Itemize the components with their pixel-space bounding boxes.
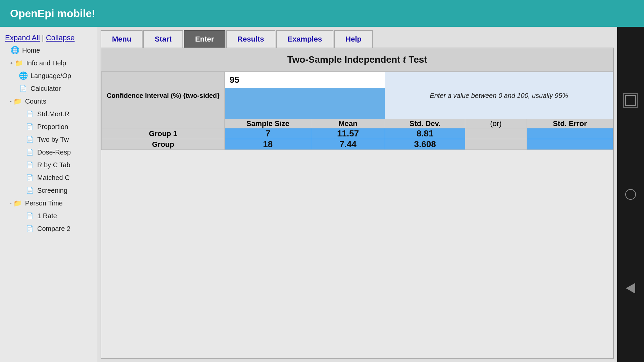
header-or: (or) (465, 119, 527, 128)
group2-mean[interactable]: 7.44 (311, 139, 385, 150)
group1-or (465, 128, 527, 139)
doc-icon-proportion: 📄 (25, 122, 35, 131)
globe-icon-lang: 🌐 (18, 71, 28, 80)
collapse-link[interactable]: Collapse (46, 34, 75, 42)
doc-icon-1rate: 📄 (25, 211, 35, 221)
sidebar-label-proportion: Proportion (37, 123, 68, 131)
doc-icon-stdmort: 📄 (25, 109, 35, 119)
group2-sample-size[interactable]: 18 (225, 139, 311, 150)
sidebar-label-compare2: Compare 2 (37, 225, 70, 233)
group1-sample-size[interactable]: 7 (225, 128, 311, 139)
expand-all-link[interactable]: Expand All (5, 34, 40, 42)
sidebar-item-info-help[interactable]: + 📁 Info and Help (0, 57, 97, 69)
sidebar-expand-collapse-links: Expand All | Collapse (0, 30, 97, 44)
group2-std-error[interactable] (527, 139, 613, 150)
tab-enter[interactable]: Enter (184, 30, 225, 48)
ci-value[interactable]: 95 (225, 72, 385, 89)
sidebar-label-language: Language/Op (31, 72, 71, 80)
table-row-group2: Group 18 7.44 3.608 (102, 139, 613, 150)
sidebar-item-twobytwo[interactable]: 📄 Two by Tw (0, 133, 97, 146)
sidebar-item-stdmort[interactable]: 📄 Std.Mort.R (0, 108, 97, 120)
sidebar-label-counts: Counts (25, 98, 46, 105)
group1-std-error[interactable] (527, 128, 613, 139)
sidebar-item-doseresp[interactable]: 📄 Dose-Resp (0, 146, 97, 159)
sidebar-item-persontime[interactable]: - 📁 Person Time (0, 197, 97, 209)
back-icon (626, 283, 635, 294)
expand-icon-counts: - (10, 99, 12, 104)
separator: | (42, 34, 44, 42)
data-table: Confidence Interval (%) {two-sided} 95 E… (101, 72, 613, 150)
ci-input-blue[interactable] (225, 89, 385, 119)
doc-icon-twobytwo: 📄 (25, 135, 35, 144)
sidebar-label-stdmort: Std.Mort.R (37, 110, 69, 118)
header-sample-size: Sample Size (225, 119, 311, 128)
tab-examples[interactable]: Examples (276, 30, 333, 48)
doc-icon-rbyc: 📄 (25, 160, 35, 170)
page-title-post: Test (406, 54, 427, 65)
home-icon-android (625, 189, 636, 200)
sidebar-item-calculator[interactable]: 📄 Calculator (0, 82, 97, 95)
recent-apps-icon (625, 95, 636, 106)
globe-icon: 🌐 (10, 46, 19, 55)
expand-icon-persontime: - (10, 200, 12, 206)
doc-icon-doseresp: 📄 (25, 147, 35, 157)
sidebar-item-counts[interactable]: - 📁 Counts (0, 95, 97, 108)
sidebar-item-1rate[interactable]: 📄 1 Rate (0, 209, 97, 222)
group2-or (465, 139, 527, 150)
page-title-row: Two-Sample Independent t Test (101, 48, 613, 72)
folder-icon-counts: 📁 (13, 97, 22, 106)
sidebar-item-home[interactable]: 🌐 Home (0, 44, 97, 57)
doc-icon-screening: 📄 (25, 186, 35, 195)
sidebar-label-doseresp: Dose-Resp (37, 148, 71, 156)
group1-label: Group 1 (102, 128, 225, 139)
header-mean: Mean (311, 119, 385, 128)
sidebar-item-language[interactable]: 🌐 Language/Op (0, 69, 97, 82)
folder-icon-persontime: 📁 (13, 198, 22, 208)
doc-icon-matchedc: 📄 (25, 173, 35, 182)
group2-label: Group (102, 139, 225, 150)
group1-std-dev[interactable]: 8.81 (385, 128, 465, 139)
header-std-dev: Std. Dev. (385, 119, 465, 128)
content-area: Menu Start Enter Results Examples Help T… (97, 27, 617, 362)
sidebar-label-matchedc: Matched C (37, 174, 70, 182)
sidebar-item-compare2[interactable]: 📄 Compare 2 (0, 222, 97, 235)
header-empty (102, 119, 225, 128)
ci-row: Confidence Interval (%) {two-sided} 95 E… (102, 72, 613, 119)
sidebar-item-rbyc[interactable]: 📄 R by C Tab (0, 159, 97, 171)
tab-start[interactable]: Start (143, 30, 183, 48)
tab-results[interactable]: Results (226, 30, 275, 48)
tab-menu[interactable]: Menu (101, 30, 143, 48)
expand-icon-info: + (10, 60, 13, 66)
nav-tabs: Menu Start Enter Results Examples Help (97, 27, 617, 48)
android-recent-apps-btn[interactable] (623, 93, 638, 108)
sidebar-item-screening[interactable]: 📄 Screening (0, 184, 97, 197)
header-std-error: Std. Error (527, 119, 613, 128)
ci-hint-cell: Enter a value between 0 and 100, usually… (385, 72, 613, 119)
folder-icon-info: 📁 (14, 58, 23, 68)
doc-icon-calc: 📄 (18, 84, 28, 93)
sidebar: Expand All | Collapse 🌐 Home + 📁 Info an… (0, 27, 97, 362)
sidebar-label-calculator: Calculator (31, 85, 61, 93)
sidebar-label-1rate: 1 Rate (37, 212, 57, 220)
group1-mean[interactable]: 11.57 (311, 128, 385, 139)
android-back-btn[interactable] (623, 281, 638, 296)
sidebar-label-info: Info and Help (26, 59, 66, 67)
table-header-row: Sample Size Mean Std. Dev. (or) Std. Err… (102, 119, 613, 128)
page-title: Two-Sample Independent t Test (287, 54, 427, 65)
sidebar-item-proportion[interactable]: 📄 Proportion (0, 120, 97, 133)
sidebar-label-home: Home (22, 47, 40, 54)
sidebar-item-matchedc[interactable]: 📄 Matched C (0, 171, 97, 184)
group2-std-dev[interactable]: 3.608 (385, 139, 465, 150)
content-panel: Two-Sample Independent t Test Confidence… (101, 48, 614, 359)
doc-icon-compare2: 📄 (25, 224, 35, 233)
android-nav-panel (617, 27, 644, 362)
tab-help[interactable]: Help (334, 30, 373, 48)
sidebar-label-screening: Screening (37, 187, 67, 194)
table-row-group1: Group 1 7 11.57 8.81 (102, 128, 613, 139)
ci-input-wrapper[interactable]: 95 (225, 72, 385, 119)
sidebar-label-twobytwo: Two by Tw (37, 136, 69, 143)
page-title-pre: Two-Sample Independent (287, 54, 403, 65)
android-home-btn[interactable] (623, 187, 638, 202)
sidebar-label-rbyc: R by C Tab (37, 161, 70, 169)
app-header: OpenEpi mobile! (0, 0, 644, 27)
